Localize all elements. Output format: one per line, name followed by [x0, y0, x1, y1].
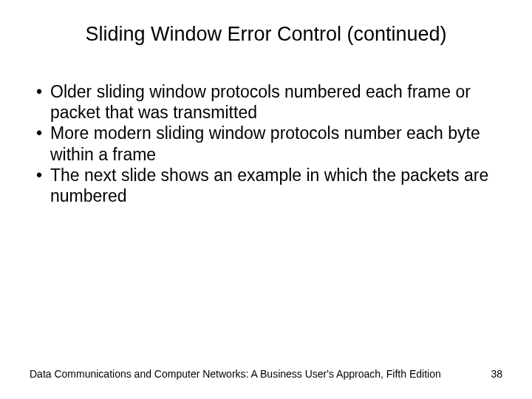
page-number: 38: [491, 368, 502, 380]
slide-title: Sliding Window Error Control (continued): [30, 22, 502, 46]
bullet-item: The next slide shows an example in which…: [30, 165, 502, 206]
footer-source: Data Communications and Computer Network…: [30, 368, 441, 380]
slide-footer: Data Communications and Computer Network…: [30, 368, 502, 380]
bullet-list: Older sliding window protocols numbered …: [30, 81, 502, 205]
bullet-item: More modern sliding window protocols num…: [30, 123, 502, 164]
slide: Sliding Window Error Control (continued)…: [0, 0, 532, 399]
bullet-item: Older sliding window protocols numbered …: [30, 81, 502, 123]
